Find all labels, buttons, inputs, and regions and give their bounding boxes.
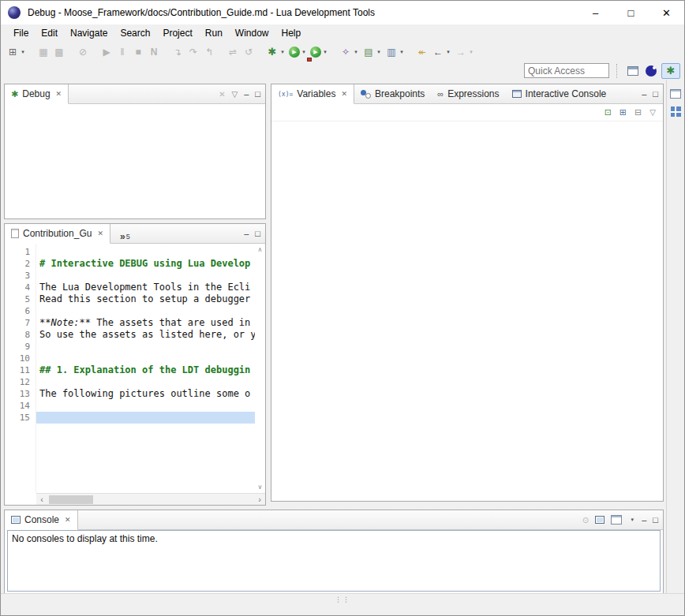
- close-icon[interactable]: ✕: [97, 230, 103, 237]
- restore-view-icon[interactable]: [670, 89, 681, 99]
- close-icon[interactable]: ✕: [65, 516, 71, 524]
- window-minimize-button[interactable]: –: [578, 1, 613, 24]
- menu-help[interactable]: Help: [275, 26, 308, 40]
- maximize-view-icon[interactable]: □: [653, 515, 658, 525]
- chevron-down-icon[interactable]: ▾: [20, 49, 26, 55]
- menu-run[interactable]: Run: [199, 26, 229, 40]
- code-line[interactable]: [36, 270, 255, 282]
- code-line[interactable]: # Interactive DEBUG using Lua Develop: [36, 258, 255, 270]
- chevron-down-icon[interactable]: ▾: [468, 49, 474, 55]
- editor-horizontal-scrollbar[interactable]: ‹ ›: [36, 493, 265, 505]
- editor-vertical-scrollbar[interactable]: ∧ ∨: [255, 244, 265, 493]
- resume-button[interactable]: ▶: [99, 43, 114, 61]
- chevron-down-icon[interactable]: ▾: [353, 49, 359, 55]
- open-perspective-button[interactable]: [625, 63, 641, 79]
- maximize-view-icon[interactable]: □: [255, 89, 260, 99]
- collapse-all-icon[interactable]: ⊟: [634, 107, 642, 118]
- remove-all-terminated-icon[interactable]: ✕: [219, 90, 225, 99]
- close-icon[interactable]: ✕: [341, 90, 347, 98]
- skip-all-breakpoints-button[interactable]: ⊘: [75, 43, 91, 61]
- code-area[interactable]: # Interactive DEBUG using Lua Develop Th…: [36, 244, 255, 493]
- chevron-down-icon[interactable]: ▾: [399, 49, 405, 55]
- line-number-gutter[interactable]: 1 2 3 4 5 6 7 8 9 10 11 12 13 14 15: [5, 244, 36, 493]
- lua-perspective-button[interactable]: [643, 63, 659, 79]
- menu-file[interactable]: File: [7, 26, 35, 40]
- debug-perspective-button[interactable]: ✱: [661, 63, 680, 79]
- minimize-view-icon[interactable]: –: [642, 89, 646, 99]
- debug-button[interactable]: ✱ ▾: [264, 43, 287, 61]
- show-type-names-icon[interactable]: ⊡: [605, 107, 612, 118]
- new-snippet-button[interactable]: ▤ ▾: [361, 43, 384, 61]
- mark-occurrences-button[interactable]: ✧ ▾: [338, 43, 361, 61]
- chevron-down-icon[interactable]: ▾: [279, 49, 286, 55]
- minimize-view-icon[interactable]: –: [642, 515, 646, 525]
- save-all-button[interactable]: ▩: [51, 43, 67, 61]
- scroll-right-icon[interactable]: ›: [254, 495, 265, 504]
- back-button[interactable]: ← ▾: [430, 43, 453, 61]
- chevron-down-icon[interactable]: ▾: [376, 49, 382, 55]
- open-element-button[interactable]: ▥ ▾: [384, 43, 406, 61]
- suspend-button[interactable]: ‖: [114, 43, 130, 61]
- code-line[interactable]: Read this section to setup a debugger: [36, 293, 255, 305]
- code-line[interactable]: **Note:** The assets that are used in: [36, 317, 255, 329]
- disconnect-button[interactable]: N: [146, 43, 162, 61]
- code-line-current[interactable]: [36, 412, 255, 424]
- use-step-filters-button[interactable]: ⇌: [225, 43, 241, 61]
- forward-button[interactable]: → ▾: [453, 43, 476, 61]
- tab-breakpoints[interactable]: Breakpoints: [354, 84, 431, 103]
- step-into-button[interactable]: ↴: [170, 43, 185, 61]
- menu-window[interactable]: Window: [229, 26, 275, 40]
- maximize-view-icon[interactable]: □: [255, 229, 260, 238]
- code-line[interactable]: [36, 305, 255, 317]
- new-button[interactable]: ⊞ ▾: [5, 43, 28, 61]
- code-line[interactable]: [36, 376, 255, 388]
- chevron-down-icon[interactable]: ▾: [445, 49, 451, 55]
- chevron-down-icon[interactable]: ▾: [322, 49, 328, 55]
- menu-project[interactable]: Project: [156, 26, 198, 40]
- menu-navigate[interactable]: Navigate: [64, 26, 114, 40]
- tab-console[interactable]: Console ✕: [5, 510, 78, 530]
- chevron-down-icon[interactable]: ▾: [301, 49, 307, 55]
- code-line[interactable]: [36, 341, 255, 353]
- step-over-button[interactable]: ↷: [185, 43, 201, 61]
- scroll-down-icon[interactable]: ∨: [258, 483, 263, 491]
- drag-handle-icon[interactable]: ⋮⋮: [335, 595, 350, 603]
- restart-button[interactable]: ↺: [241, 43, 256, 61]
- window-close-button[interactable]: ✕: [649, 1, 684, 24]
- tab-contribution-guide[interactable]: Contribution_Gu ✕: [5, 224, 110, 244]
- tab-interactive-console[interactable]: Interactive Console: [506, 84, 613, 103]
- pin-console-icon[interactable]: ⊙: [582, 516, 589, 525]
- code-line[interactable]: [36, 353, 255, 364]
- chevron-down-icon[interactable]: ▾: [629, 517, 635, 523]
- view-menu-icon[interactable]: ▽: [232, 90, 238, 99]
- terminate-button[interactable]: ■: [130, 43, 146, 61]
- code-line[interactable]: The following pictures outline some o: [36, 388, 255, 400]
- code-line[interactable]: [36, 246, 255, 258]
- code-line[interactable]: [36, 400, 255, 412]
- save-button[interactable]: ▦: [36, 43, 51, 61]
- run-button[interactable]: ▶ ▾: [287, 43, 309, 61]
- tab-variables[interactable]: (x)= Variables ✕: [271, 84, 354, 104]
- tab-debug[interactable]: ✱ Debug ✕: [5, 84, 69, 104]
- display-selected-console-icon[interactable]: [595, 516, 605, 524]
- maximize-view-icon[interactable]: □: [653, 89, 658, 99]
- close-icon[interactable]: ✕: [56, 90, 62, 98]
- minimize-view-icon[interactable]: –: [244, 89, 249, 99]
- show-logical-structures-icon[interactable]: ⊞: [619, 107, 627, 118]
- tab-expressions[interactable]: ∞ Expressions: [431, 84, 505, 103]
- minimize-view-icon[interactable]: –: [244, 229, 249, 238]
- menu-search[interactable]: Search: [114, 26, 156, 40]
- scrollbar-thumb[interactable]: [49, 495, 93, 504]
- scroll-up-icon[interactable]: ∧: [258, 246, 263, 253]
- step-return-button[interactable]: ↰: [201, 43, 217, 61]
- window-maximize-button[interactable]: □: [613, 1, 649, 24]
- external-tools-button[interactable]: ▶ ▾: [309, 43, 330, 61]
- code-line[interactable]: ## 1. Explanation of the LDT debuggin: [36, 364, 255, 376]
- view-menu-icon[interactable]: ▽: [649, 108, 656, 117]
- hidden-editors-button[interactable]: » 5: [115, 224, 135, 243]
- open-console-icon[interactable]: [611, 515, 622, 525]
- last-edit-location-button[interactable]: ↞: [414, 43, 430, 61]
- menu-edit[interactable]: Edit: [35, 26, 64, 40]
- quick-access-input[interactable]: [524, 63, 609, 78]
- scroll-left-icon[interactable]: ‹: [36, 495, 47, 504]
